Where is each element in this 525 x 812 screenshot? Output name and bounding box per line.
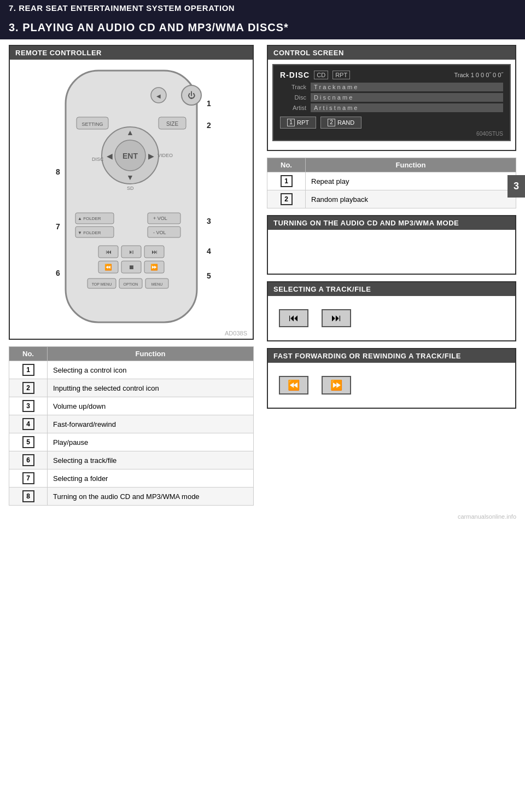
ctrl-screen-fields: Track T r a c k n a m e Disc D i s c n a… (280, 83, 503, 112)
svg-text:▼ FOLDER: ▼ FOLDER (78, 230, 101, 235)
fast-forward-section: FAST FORWARDING OR REWINDING A TRACK/FIL… (267, 348, 516, 409)
svg-text:1: 1 (207, 99, 211, 108)
svg-text:⏮: ⏮ (106, 248, 112, 255)
turning-on-section: TURNING ON THE AUDIO CD AND MP3/WMA MODE (267, 215, 516, 275)
row-function: Fast-forward/rewind (48, 415, 254, 433)
control-screen-content: R-DISC CD RPT Track 1 0 0 0˝ 0 0˝ Track … (268, 60, 515, 150)
selecting-track-content: ⏮ ⏭ (268, 296, 515, 340)
left-column: REMOTE CONTROLLER ⏻ ◀ 1 SIZE (0, 39, 262, 511)
num-badge: 2 (22, 382, 34, 394)
svg-text:OPTION: OPTION (124, 282, 138, 286)
ctrl-screen-btn[interactable]: 1RPT (280, 117, 316, 129)
ctrl-field-bar: A r t i s t n a m e (311, 103, 503, 112)
row-num: 8 (9, 488, 48, 506)
row-function: Random playback (306, 190, 516, 208)
watermark: carmanualsonline.info (0, 511, 525, 522)
num-badge: 3 (22, 400, 34, 412)
svg-text:8: 8 (56, 167, 60, 176)
svg-text:VIDEO: VIDEO (158, 153, 173, 158)
svg-text:⏯: ⏯ (129, 248, 135, 255)
remote-controller-header: REMOTE CONTROLLER (10, 46, 253, 60)
rpt-label: RPT (332, 71, 350, 79)
svg-text:SIZE: SIZE (166, 121, 179, 127)
num-badge: 8 (22, 490, 34, 502)
ctrl-screen-display: R-DISC CD RPT Track 1 0 0 0˝ 0 0˝ Track … (272, 64, 511, 141)
num-badge: 7 (22, 472, 34, 484)
svg-text:SD: SD (127, 185, 134, 191)
svg-text:ENT: ENT (122, 152, 138, 160)
cd-label: CD (314, 71, 328, 79)
control-functions-table: No. Function 1 Repeat play 2 Random play… (267, 158, 516, 208)
svg-text:SETTING: SETTING (81, 121, 103, 127)
row-function: Repeat play (306, 172, 516, 190)
table-row: 6 Selecting a track/file (9, 451, 254, 469)
row-num: 2 (267, 190, 306, 208)
table-row: 7 Selecting a folder (9, 469, 254, 488)
ctrl-field-label: Track (280, 84, 306, 90)
ctrl-field-text: T r a c k n a m e (314, 84, 357, 90)
screen-code: 6040STUS (280, 131, 503, 137)
ctrl-field-label: Artist (280, 105, 306, 111)
num-badge: 4 (22, 418, 34, 430)
svg-text:TOP MENU: TOP MENU (92, 282, 112, 286)
svg-text:⏪: ⏪ (104, 263, 112, 271)
num-badge: 1 (281, 175, 293, 187)
svg-text:+ VOL: + VOL (153, 216, 167, 221)
table-row: 1 Selecting a control icon (9, 361, 254, 379)
ctrl-field-label: Disc (280, 94, 306, 101)
fast-forward-buttons: ⏪ ⏩ (272, 367, 511, 403)
fast-forward-content: ⏪ ⏩ (268, 363, 515, 408)
top-header: 7. REAR SEAT ENTERTAINMENT SYSTEM OPERAT… (0, 0, 525, 16)
svg-text:▶: ▶ (148, 152, 154, 160)
remote-functions-table: No. Function 1 Selecting a control icon … (9, 346, 254, 506)
row-num: 1 (267, 172, 306, 190)
row-function: Selecting a folder (48, 469, 254, 488)
svg-text:7: 7 (56, 222, 60, 231)
next-track-button[interactable]: ⏭ (322, 309, 351, 327)
remote-svg: ⏻ ◀ 1 SIZE 2 SETTING (33, 65, 230, 333)
chapter-tab: 3 (508, 175, 525, 198)
ctrl-field-row: Artist A r t i s t n a m e (280, 103, 503, 112)
table-header-fn: Function (48, 347, 254, 361)
row-function: Selecting a control icon (48, 361, 254, 379)
turning-on-content (268, 230, 515, 274)
svg-text:6: 6 (56, 269, 60, 277)
ctrl-btn-label: RAND (337, 119, 354, 126)
num-badge: 1 (22, 364, 34, 376)
ctrl-screen-btn[interactable]: 2RAND (320, 117, 361, 129)
ctrl-screen-topbar: R-DISC CD RPT Track 1 0 0 0˝ 0 0˝ (280, 71, 503, 79)
row-num: 7 (9, 469, 48, 488)
svg-text:▲ FOLDER: ▲ FOLDER (78, 216, 101, 221)
row-function: Turning on the audio CD and MP3/WMA mode (48, 488, 254, 506)
prev-track-button[interactable]: ⏮ (279, 309, 308, 327)
right-column: CONTROL SCREEN R-DISC CD RPT Track 1 0 0… (262, 39, 525, 511)
row-num: 4 (9, 415, 48, 433)
table-row: 2 Random playback (267, 190, 516, 208)
row-num: 6 (9, 451, 48, 469)
ctrl-field-bar: T r a c k n a m e (311, 83, 503, 91)
num-badge: 5 (22, 436, 34, 448)
ad-code: AD038S (225, 330, 247, 337)
svg-text:⏭: ⏭ (151, 248, 158, 255)
ctrl-table-header-no: No. (267, 158, 306, 172)
table-row: 8 Turning on the audio CD and MP3/WMA mo… (9, 488, 254, 506)
track-select-buttons: ⏮ ⏭ (272, 300, 511, 336)
selecting-track-header: SELECTING A TRACK/FILE (268, 282, 515, 296)
ctrl-btn-label: RPT (297, 119, 309, 126)
main-content: REMOTE CONTROLLER ⏻ ◀ 1 SIZE (0, 39, 525, 511)
ctrl-field-row: Track T r a c k n a m e (280, 83, 503, 91)
num-badge: 2 (281, 193, 293, 205)
remote-controller-section: REMOTE CONTROLLER ⏻ ◀ 1 SIZE (9, 45, 254, 340)
svg-text:3: 3 (207, 217, 211, 225)
svg-text:2: 2 (207, 121, 211, 130)
rewind-button[interactable]: ⏪ (279, 376, 308, 395)
ctrl-screen-buttons: 1RPT2RAND (280, 117, 503, 129)
table-row: 4 Fast-forward/rewind (9, 415, 254, 433)
row-function: Play/pause (48, 433, 254, 451)
fast-forward-button[interactable]: ⏩ (322, 376, 351, 395)
svg-text:DISC: DISC (92, 156, 104, 162)
svg-text:◀: ◀ (156, 93, 161, 99)
svg-text:◀: ◀ (107, 152, 113, 160)
track-info: Track 1 0 0 0˝ 0 0˝ (454, 72, 503, 78)
rdisc-label: R-DISC (280, 71, 310, 79)
